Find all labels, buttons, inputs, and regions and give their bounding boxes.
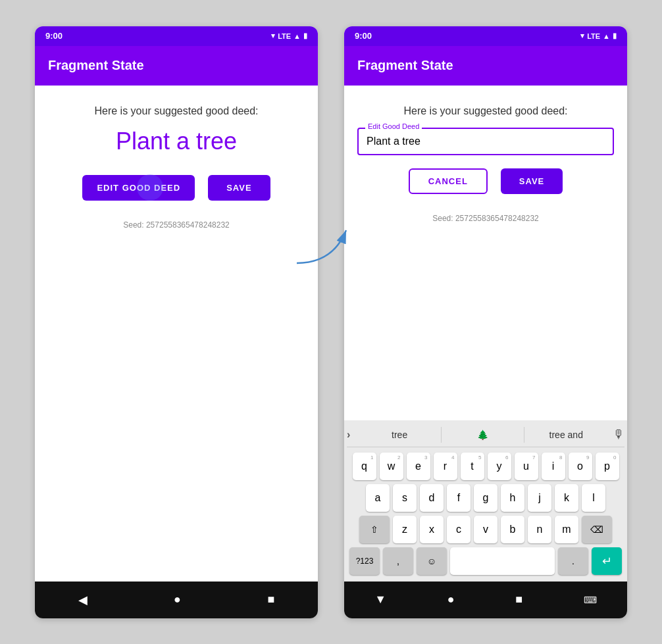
good-deed-text-1: Plant a tree [116,128,237,155]
keyboard-nav-icon[interactable]: ⌨ [584,595,597,605]
time-1: 9:00 [45,31,63,41]
key-z[interactable]: z [393,516,417,543]
phone-content-2: Here is your suggested good deed: Edit G… [344,86,627,420]
phone-content-1: Here is your suggested good deed: Plant … [35,86,318,582]
status-icons-1: ▾ LTE ▲ ▮ [271,32,307,40]
key-m[interactable]: m [555,516,578,543]
signal-icon-2: ▾ [580,32,584,40]
back-nav-icon[interactable]: ◀ [78,593,88,607]
keyboard-row-3: ⇧ z x c v b n m ⌫ [348,516,623,543]
seed-text-2: Seed: 2572558365478248232 [432,214,539,223]
keyboard-row-1: 1q 2w 3e 4r 5t 6y 7u 8i 9o 0p [348,453,623,480]
signal-icon-1: ▾ [271,32,275,40]
key-w[interactable]: 2w [380,453,403,480]
lte-label-2: LTE [587,32,600,40]
keyboard-row-4: ?123 , ☺ . ↵ [348,547,623,575]
suggestions-bar: › tree 🌲 tree and 🎙 [347,424,624,447]
edit-good-deed-button[interactable]: EDIT GOOD DEED [82,175,195,201]
key-numbers[interactable]: ?123 [349,547,380,575]
arrow-between-screens [293,217,372,272]
battery-icon-2: ▮ [613,32,617,40]
suggested-label-2: Here is your suggested good deed: [403,105,567,117]
save-button-2[interactable]: SAVE [501,168,563,194]
key-p[interactable]: 0p [596,453,619,480]
key-shift[interactable]: ⇧ [359,516,390,543]
cancel-button[interactable]: CANCEL [409,168,488,194]
edit-field-label: Edit Good Deed [365,122,422,130]
battery-icon-1: ▮ [303,32,307,40]
app-title-1: Fragment State [48,58,144,73]
suggestion-emoji-tree[interactable]: 🌲 [441,427,524,443]
buttons-row-1: EDIT GOOD DEED SAVE [82,175,270,201]
key-period[interactable]: . [558,547,588,575]
key-l[interactable]: l [582,484,605,512]
key-d[interactable]: d [420,484,444,512]
lte-label-1: LTE [278,32,291,40]
key-j[interactable]: j [528,484,551,512]
mic-icon[interactable]: 🎙 [613,428,624,441]
signal-bars-2: ▲ [603,32,610,40]
key-s[interactable]: s [393,484,417,512]
home-nav-icon[interactable]: ● [174,593,181,607]
key-emoji[interactable]: ☺ [417,547,447,575]
key-comma[interactable]: , [383,547,413,575]
key-t[interactable]: 5t [461,453,484,480]
suggestion-tree-and[interactable]: tree and [524,427,607,443]
edit-field-input[interactable] [367,136,605,147]
suggestion-tree[interactable]: tree [358,427,441,443]
key-k[interactable]: k [555,484,578,512]
expand-suggestions-icon[interactable]: › [347,429,350,441]
buttons-row-2: CANCEL SAVE [409,168,563,194]
key-y[interactable]: 6y [488,453,511,480]
key-x[interactable]: x [420,516,444,543]
key-a[interactable]: a [366,484,390,512]
key-v[interactable]: v [474,516,497,543]
key-h[interactable]: h [501,484,524,512]
status-bar-2: 9:00 ▾ LTE ▲ ▮ [344,26,627,46]
back-nav-icon-2[interactable]: ▼ [374,593,386,607]
keyboard-rows: 1q 2w 3e 4r 5t 6y 7u 8i 9o 0p a s d f [347,450,624,578]
app-title-2: Fragment State [357,58,453,73]
bottom-nav-1: ◀ ● ■ [35,582,318,618]
key-u[interactable]: 7u [515,453,538,480]
status-bar-1: 9:00 ▾ LTE ▲ ▮ [35,26,318,46]
signal-bars-1: ▲ [293,32,301,40]
status-icons-2: ▾ LTE ▲ ▮ [580,32,617,40]
key-e[interactable]: 3e [407,453,430,480]
key-b[interactable]: b [501,516,524,543]
key-space[interactable] [450,547,555,575]
bottom-nav-2: ▼ ● ■ ⌨ [344,582,627,618]
edit-field-wrapper: Edit Good Deed [357,128,614,155]
suggested-label-1: Here is your suggested good deed: [94,105,258,117]
key-n[interactable]: n [528,516,551,543]
home-nav-icon-2[interactable]: ● [447,593,455,607]
key-f[interactable]: f [447,484,471,512]
key-g[interactable]: g [474,484,497,512]
key-backspace[interactable]: ⌫ [582,516,612,543]
key-o[interactable]: 9o [569,453,592,480]
phone-1: 9:00 ▾ LTE ▲ ▮ Fragment State Here is yo… [35,26,318,618]
phone-2: 9:00 ▾ LTE ▲ ▮ Fragment State Here is yo… [344,26,627,618]
time-2: 9:00 [355,31,372,41]
key-c[interactable]: c [447,516,471,543]
key-i[interactable]: 8i [542,453,565,480]
seed-text-1: Seed: 2572558365478248232 [123,220,230,230]
key-enter[interactable]: ↵ [592,547,622,575]
keyboard-row-2: a s d f g h j k l [348,484,623,512]
key-q[interactable]: 1q [353,453,376,480]
recents-nav-icon-2[interactable]: ■ [515,593,522,607]
save-button-1[interactable]: SAVE [208,175,270,201]
app-bar-2: Fragment State [344,46,627,86]
key-r[interactable]: 4r [434,453,457,480]
keyboard-area: › tree 🌲 tree and 🎙 1q 2w 3e 4r 5t 6y 7u… [344,420,627,582]
recents-nav-icon[interactable]: ■ [267,593,274,607]
app-bar-1: Fragment State [35,46,318,86]
